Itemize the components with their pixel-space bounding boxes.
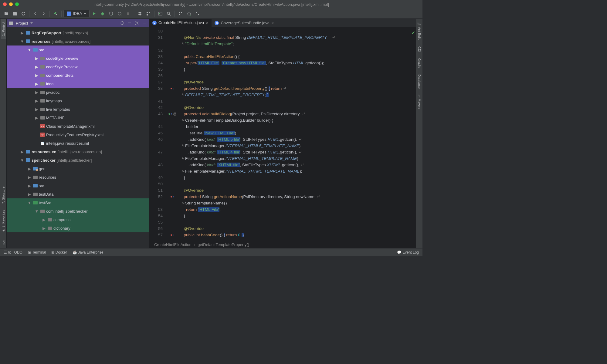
forward-icon[interactable] xyxy=(40,10,48,18)
tree-node[interactable]: ▶codeStylePreview xyxy=(7,62,149,71)
run-anything-icon[interactable] xyxy=(156,10,164,18)
vcs-commit-icon[interactable] xyxy=(185,10,193,18)
tree-node[interactable]: ▶compress xyxy=(7,215,149,224)
breadcrumb-class[interactable]: CreateHtmlFileAction xyxy=(154,242,192,247)
run-config-selector[interactable]: IDEA xyxy=(63,10,90,17)
tree-node[interactable]: ▶dictionary xyxy=(7,224,149,232)
back-icon[interactable] xyxy=(31,10,39,18)
tree-node[interactable]: ▶testData xyxy=(7,190,149,198)
tree-node[interactable]: ▼spellchecker [intellij.spellchecker] xyxy=(7,156,149,164)
tree-node[interactable]: ▼resources [intellij.java.resources] xyxy=(7,37,149,46)
svg-point-13 xyxy=(136,22,138,24)
tree-node[interactable]: <>ClassTemplateManager.xml xyxy=(7,122,149,130)
maximize-window-icon[interactable] xyxy=(15,2,19,6)
svg-point-2 xyxy=(118,12,121,15)
svg-rect-3 xyxy=(127,12,129,15)
tree-node[interactable]: <>ProductivityFeaturesRegistry.xml xyxy=(7,130,149,139)
tree-node[interactable]: ▼testSrc xyxy=(7,198,149,207)
java-class-icon: C xyxy=(152,21,157,25)
svg-rect-0 xyxy=(67,12,71,16)
tree-node[interactable]: ▶⚙gen xyxy=(7,164,149,173)
tree-node[interactable]: ▶resources xyxy=(7,173,149,181)
breadcrumb-sep-icon: › xyxy=(194,242,195,247)
project-tree[interactable]: ▶RegExpSupport [intellij.regexp]▼resourc… xyxy=(7,27,149,248)
window-controls xyxy=(3,2,19,6)
vcs-push-icon[interactable] xyxy=(194,10,202,18)
terminal-button[interactable]: ▣ Terminal xyxy=(28,250,46,254)
build-icon[interactable] xyxy=(52,10,59,18)
editor-tab[interactable]: CCoverageSuitesBundle.java× xyxy=(212,19,277,27)
stop-icon[interactable] xyxy=(124,10,132,18)
structure-tool-tab[interactable]: 7: Structure xyxy=(1,184,6,207)
minimize-window-icon[interactable] xyxy=(9,2,13,6)
run-icon[interactable] xyxy=(90,10,98,18)
code-content[interactable]: @NonNls private static final String DEFA… xyxy=(179,27,416,241)
editor-tab[interactable]: CCreateHtmlFileAction.java× xyxy=(149,19,212,27)
sync-icon[interactable] xyxy=(19,10,27,18)
collapse-all-icon[interactable] xyxy=(127,21,132,25)
profile-icon[interactable] xyxy=(116,10,124,18)
svg-rect-10 xyxy=(9,22,13,25)
tree-node[interactable]: ▼com.intellij.spellchecker xyxy=(7,207,149,215)
tree-node[interactable]: 📄intellij.java.resources.iml xyxy=(7,139,149,147)
tree-node[interactable]: ▼src xyxy=(7,46,149,54)
cdi-tab[interactable]: CDI xyxy=(417,43,422,55)
editor-tabs: CCreateHtmlFileAction.java×CCoverageSuit… xyxy=(149,19,416,27)
event-log-button[interactable]: 💬 Event Log xyxy=(397,250,419,254)
svg-rect-5 xyxy=(149,12,150,13)
tree-node[interactable]: ▶javadoc xyxy=(7,88,149,96)
vcs-update-icon[interactable] xyxy=(177,10,185,18)
close-window-icon[interactable] xyxy=(3,2,7,6)
database-tab[interactable]: Database xyxy=(417,71,422,92)
tree-node[interactable]: ▶keymaps xyxy=(7,96,149,105)
svg-rect-6 xyxy=(147,14,148,15)
breadcrumb-method[interactable]: getDefaultTemplateProperty() xyxy=(198,242,249,247)
project-icon xyxy=(9,21,13,25)
svg-point-12 xyxy=(122,23,123,23)
status-bar: ☰ 6: TODO ▣ Terminal ⊞ Docker ☕ Java Ent… xyxy=(0,248,422,256)
java-enterprise-button[interactable]: ☕ Java Enterprise xyxy=(73,250,103,254)
tree-node[interactable]: ▶componentSets xyxy=(7,71,149,79)
tree-node[interactable]: ▶src xyxy=(7,181,149,190)
main-toolbar: IDEA xyxy=(0,8,422,19)
svg-point-8 xyxy=(167,12,170,15)
tree-node[interactable]: ▶resources-en [intellij.java.resources.e… xyxy=(7,147,149,156)
maven-tab[interactable]: mMaven xyxy=(417,92,422,112)
tree-node[interactable]: ▶liveTemplates xyxy=(7,105,149,113)
chevron-down-icon[interactable] xyxy=(30,22,33,24)
line-gutter: 3031323334353637384142434445464748495051… xyxy=(149,27,166,241)
tree-node[interactable]: ▶META-INF xyxy=(7,113,149,122)
open-file-icon[interactable] xyxy=(2,10,10,18)
close-tab-icon[interactable]: × xyxy=(271,21,274,25)
tree-node[interactable]: ▶RegExpSupport [intellij.regexp] xyxy=(7,29,149,37)
project-panel-header: Project xyxy=(7,19,149,27)
tree-node[interactable]: ▶idea xyxy=(7,79,149,88)
project-tool-tab[interactable]: 1: Project xyxy=(1,19,6,39)
settings-icon[interactable] xyxy=(136,10,144,18)
locate-icon[interactable] xyxy=(120,21,125,25)
editor-area: CCreateHtmlFileAction.java×CCoverageSuit… xyxy=(149,19,416,248)
search-icon[interactable] xyxy=(165,10,173,18)
npm-tool-tab[interactable]: npm xyxy=(1,236,6,248)
title-bar: intellij-community [~/IDEAProjects/intel… xyxy=(0,0,422,8)
breadcrumb-bar: CreateHtmlFileAction › getDefaultTemplat… xyxy=(149,241,416,248)
run-config-label: IDEA xyxy=(73,11,82,16)
project-structure-icon[interactable] xyxy=(144,10,152,18)
favorites-tool-tab[interactable]: ★2: Favorites xyxy=(1,207,6,235)
ant-build-tab[interactable]: 🐜Ant Build xyxy=(417,19,422,43)
code-editor[interactable]: 3031323334353637384142434445464748495051… xyxy=(149,27,416,241)
coverage-icon[interactable] xyxy=(107,10,115,18)
java-class-icon: C xyxy=(215,21,219,25)
close-tab-icon[interactable]: × xyxy=(206,20,208,25)
save-all-icon[interactable] xyxy=(11,10,19,18)
debug-icon[interactable] xyxy=(99,10,107,18)
docker-button[interactable]: ⊞ Docker xyxy=(51,250,67,254)
todo-button[interactable]: ☰ 6: TODO xyxy=(4,250,22,254)
gear-icon[interactable] xyxy=(134,21,139,25)
inspection-ok-icon[interactable]: ✔ xyxy=(412,30,415,35)
tree-node[interactable]: ▶codeStyle.preview xyxy=(7,54,149,62)
svg-point-1 xyxy=(101,12,104,15)
project-panel-title: Project xyxy=(16,21,28,25)
hide-icon[interactable] xyxy=(142,21,147,25)
gradle-tab[interactable]: Gradle xyxy=(417,55,422,71)
